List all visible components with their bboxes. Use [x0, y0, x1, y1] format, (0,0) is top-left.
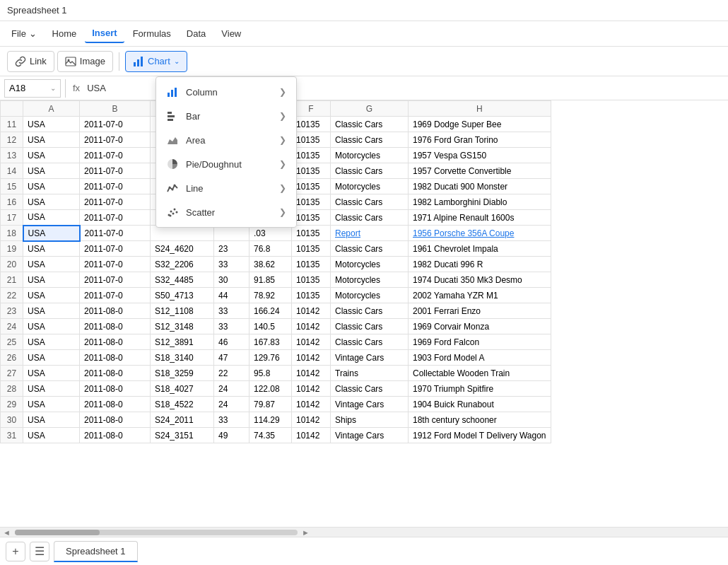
- cell-a[interactable]: USA: [23, 397, 80, 412]
- cell-f[interactable]: 10142: [292, 350, 331, 366]
- cell-g[interactable]: Motorcycles: [331, 179, 409, 194]
- cell-a[interactable]: USA: [23, 334, 80, 350]
- cell-g[interactable]: Classic Cars: [331, 163, 409, 179]
- sheet-tab[interactable]: Spreadsheet 1: [54, 541, 138, 562]
- cell-b[interactable]: 2011-07-0: [80, 241, 151, 257]
- cell-b[interactable]: 2011-08-0: [80, 397, 151, 412]
- menu-file[interactable]: File ⌄: [4, 25, 44, 42]
- col-header-f[interactable]: F: [292, 101, 331, 117]
- cell-g[interactable]: Motorcycles: [331, 148, 409, 163]
- cell-a[interactable]: USA: [23, 257, 80, 272]
- image-button[interactable]: Image: [57, 51, 113, 72]
- cell-b[interactable]: 2011-08-0: [80, 412, 151, 428]
- cell-b[interactable]: 2011-08-0: [80, 334, 151, 350]
- col-header-g[interactable]: G: [331, 101, 409, 117]
- cell-d[interactable]: 23: [214, 241, 249, 257]
- cell-h[interactable]: 1904 Buick Runabout: [409, 397, 551, 412]
- cell-d[interactable]: 22: [214, 366, 249, 381]
- h-scroll-track[interactable]: [15, 530, 298, 535]
- cell-e[interactable]: 95.8: [249, 366, 292, 381]
- cell-a[interactable]: USA: [23, 303, 80, 319]
- scroll-left-arrow[interactable]: ◄: [3, 528, 11, 537]
- cell-f[interactable]: 10135: [292, 117, 331, 132]
- cell-g[interactable]: Motorcycles: [331, 288, 409, 303]
- cell-a[interactable]: USA: [23, 117, 80, 132]
- cell-g[interactable]: Classic Cars: [331, 241, 409, 257]
- cell-b[interactable]: 2011-08-0: [80, 381, 151, 397]
- cell-a[interactable]: USA: [23, 194, 80, 210]
- cell-b[interactable]: 2011-08-0: [80, 366, 151, 381]
- cell-f[interactable]: 10135: [292, 194, 331, 210]
- cell-e[interactable]: 38.62: [249, 257, 292, 272]
- cell-g[interactable]: Classic Cars: [331, 210, 409, 226]
- cell-f[interactable]: 10142: [292, 334, 331, 350]
- cell-g[interactable]: Classic Cars: [331, 132, 409, 148]
- cell-h[interactable]: 1903 Ford Model A: [409, 350, 551, 366]
- cell-a[interactable]: USA: [23, 381, 80, 397]
- chart-type-pie[interactable]: Pie/Doughnut ❯: [156, 152, 296, 176]
- col-header-b[interactable]: B: [80, 101, 151, 117]
- menu-insert[interactable]: Insert: [85, 24, 124, 43]
- col-header-a[interactable]: A: [23, 101, 80, 117]
- cell-h[interactable]: 1970 Triumph Spitfire: [409, 381, 551, 397]
- cell-b[interactable]: 2011-08-0: [80, 428, 151, 443]
- col-header-h[interactable]: H: [409, 101, 551, 117]
- cell-h[interactable]: 1969 Corvair Monza: [409, 319, 551, 334]
- cell-g[interactable]: Vintage Cars: [331, 397, 409, 412]
- cell-g[interactable]: Classic Cars: [331, 381, 409, 397]
- cell-c[interactable]: S24_2011: [151, 412, 214, 428]
- cell-e[interactable]: 140.5: [249, 319, 292, 334]
- cell-c[interactable]: S12_1108: [151, 303, 214, 319]
- cell-a[interactable]: USA: [23, 412, 80, 428]
- cell-c[interactable]: S18_3140: [151, 350, 214, 366]
- cell-h[interactable]: 18th century schooner: [409, 412, 551, 428]
- cell-g[interactable]: Ships: [331, 412, 409, 428]
- cell-d[interactable]: 49: [214, 428, 249, 443]
- cell-d[interactable]: 47: [214, 350, 249, 366]
- cell-e[interactable]: 91.85: [249, 272, 292, 288]
- scroll-right-arrow[interactable]: ►: [302, 528, 310, 537]
- cell-h[interactable]: 1956 Porsche 356A Coupe: [409, 226, 551, 241]
- cell-h[interactable]: 1957 Corvette Convertible: [409, 163, 551, 179]
- chart-button[interactable]: Chart ⌄: [125, 51, 187, 72]
- cell-c[interactable]: S24_4620: [151, 241, 214, 257]
- cell-a[interactable]: USA: [23, 241, 80, 257]
- cell-h[interactable]: 1976 Ford Gran Torino: [409, 132, 551, 148]
- menu-data[interactable]: Data: [180, 25, 213, 42]
- cell-f[interactable]: 10142: [292, 412, 331, 428]
- cell-e[interactable]: 78.92: [249, 288, 292, 303]
- cell-h[interactable]: 1961 Chevrolet Impala: [409, 241, 551, 257]
- chart-type-column[interactable]: Column ❯: [156, 80, 296, 104]
- cell-b[interactable]: 2011-07-0: [80, 163, 151, 179]
- cell-g[interactable]: Motorcycles: [331, 272, 409, 288]
- link-button[interactable]: Link: [7, 51, 54, 72]
- g-link[interactable]: Report: [335, 228, 360, 238]
- cell-a[interactable]: USA: [23, 350, 80, 366]
- cell-d[interactable]: 46: [214, 334, 249, 350]
- cell-h[interactable]: 1912 Ford Model T Delivery Wagon: [409, 428, 551, 443]
- cell-f[interactable]: 10135: [292, 148, 331, 163]
- chart-type-area[interactable]: Area ❯: [156, 128, 296, 152]
- cell-f[interactable]: 10142: [292, 303, 331, 319]
- grid-wrapper[interactable]: A B C D E F G H 11USA2011-07-0.9410135Cl…: [0, 100, 728, 527]
- cell-d[interactable]: 24: [214, 397, 249, 412]
- add-sheet-button[interactable]: +: [6, 542, 25, 561]
- cell-b[interactable]: 2011-07-0: [80, 257, 151, 272]
- cell-e[interactable]: 167.83: [249, 334, 292, 350]
- chart-type-bar[interactable]: Bar ❯: [156, 104, 296, 128]
- cell-f[interactable]: 10135: [292, 163, 331, 179]
- cell-h[interactable]: 1974 Ducati 350 Mk3 Desmo: [409, 272, 551, 288]
- cell-b[interactable]: 2011-07-0: [80, 148, 151, 163]
- cell-h[interactable]: 1971 Alpine Renault 1600s: [409, 210, 551, 226]
- cell-c[interactable]: S50_4713: [151, 288, 214, 303]
- cell-e[interactable]: 74.35: [249, 428, 292, 443]
- cell-a[interactable]: USA: [23, 366, 80, 381]
- cell-h[interactable]: 2001 Ferrari Enzo: [409, 303, 551, 319]
- cell-b[interactable]: 2011-08-0: [80, 303, 151, 319]
- cell-c[interactable]: S24_3151: [151, 428, 214, 443]
- cell-g[interactable]: Classic Cars: [331, 334, 409, 350]
- cell-f[interactable]: 10142: [292, 381, 331, 397]
- cell-c[interactable]: S32_4485: [151, 272, 214, 288]
- cell-d[interactable]: 24: [214, 381, 249, 397]
- cell-ref-box[interactable]: A18 ⌄: [4, 79, 61, 98]
